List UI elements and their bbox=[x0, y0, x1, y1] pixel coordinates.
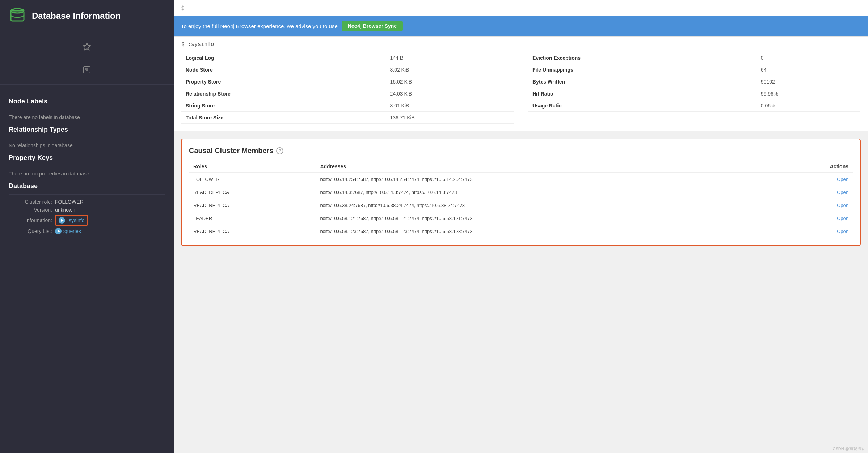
property-keys-section: Property Keys There are no properties in… bbox=[9, 154, 165, 177]
open-link[interactable]: Open bbox=[837, 190, 848, 195]
open-link[interactable]: Open bbox=[837, 177, 848, 182]
cluster-row: READ_REPLICA bolt://10.6.58.123:7687, ht… bbox=[189, 225, 853, 238]
cluster-row: READ_REPLICA bolt://10.6.38.24:7687, htt… bbox=[189, 199, 853, 212]
col-actions: Actions bbox=[775, 161, 853, 173]
cluster-row: READ_REPLICA bolt://10.6.14.3:7687, http… bbox=[189, 186, 853, 199]
main-area: $ To enjoy the full Neo4j Browser experi… bbox=[174, 0, 868, 453]
store-value: 136.71 KiB bbox=[385, 112, 514, 124]
store-value: 0.06% bbox=[757, 100, 860, 112]
cluster-action: Open bbox=[775, 173, 853, 186]
relationship-types-section: Relationship Types No relationships in d… bbox=[9, 126, 165, 148]
cluster-row: LEADER bolt://10.6.58.121:7687, http://1… bbox=[189, 212, 853, 225]
cmd-input[interactable] bbox=[187, 4, 861, 11]
store-row: Relationship Store24.03 KiB bbox=[181, 88, 514, 100]
play-icon bbox=[59, 217, 65, 224]
cluster-role-value: FOLLOWER bbox=[55, 199, 84, 205]
information-value: :sysinfo bbox=[67, 217, 84, 223]
cluster-role: READ_REPLICA bbox=[189, 199, 316, 212]
version-value: unknown bbox=[55, 207, 75, 213]
content-area: $ :sysinfo Logical Log144 BNode Store8.0… bbox=[174, 36, 868, 453]
store-value: 24.03 KiB bbox=[385, 88, 514, 100]
open-link[interactable]: Open bbox=[837, 216, 848, 221]
store-key: Bytes Written bbox=[528, 76, 757, 88]
cluster-addresses: bolt://10.6.38.24:7687, http://10.6.38.2… bbox=[316, 199, 775, 212]
cluster-table: Roles Addresses Actions FOLLOWER bolt://… bbox=[189, 161, 853, 238]
svg-point-5 bbox=[86, 68, 88, 70]
cluster-role: LEADER bbox=[189, 212, 316, 225]
search-icon[interactable] bbox=[78, 61, 96, 79]
store-row: File Unmappings64 bbox=[528, 64, 860, 76]
col-roles: Roles bbox=[189, 161, 316, 173]
store-key: File Unmappings bbox=[528, 64, 757, 76]
sysinfo-panel: $ :sysinfo Logical Log144 BNode Store8.0… bbox=[174, 36, 868, 131]
store-row: Eviction Exceptions0 bbox=[528, 52, 860, 64]
store-key: Node Store bbox=[181, 64, 385, 76]
relationship-types-empty: No relationships in database bbox=[9, 143, 165, 148]
cluster-action: Open bbox=[775, 225, 853, 238]
information-row: Information: :sysinfo bbox=[9, 215, 165, 226]
store-key: Usage Ratio bbox=[528, 100, 757, 112]
store-key: String Store bbox=[181, 100, 385, 112]
col-addresses: Addresses bbox=[316, 161, 775, 173]
store-value: 90102 bbox=[757, 76, 860, 88]
store-tables: Logical Log144 BNode Store8.02 KiBProper… bbox=[181, 52, 860, 124]
database-section: Database Cluster role: FOLLOWER Version:… bbox=[9, 182, 165, 234]
cluster-row: FOLLOWER bolt://10.6.14.254:7687, http:/… bbox=[189, 173, 853, 186]
store-value: 0 bbox=[757, 52, 860, 64]
cluster-action: Open bbox=[775, 212, 853, 225]
store-key: Property Store bbox=[181, 76, 385, 88]
store-key: Total Store Size bbox=[181, 112, 385, 124]
store-value: 144 B bbox=[385, 52, 514, 64]
store-table-left: Logical Log144 BNode Store8.02 KiBProper… bbox=[181, 52, 514, 124]
open-link[interactable]: Open bbox=[837, 229, 848, 234]
query-list-value: :queries bbox=[63, 228, 81, 234]
store-row: Hit Ratio99.96% bbox=[528, 88, 860, 100]
store-table-right: Eviction Exceptions0File Unmappings64Byt… bbox=[528, 52, 860, 124]
svg-marker-3 bbox=[83, 43, 90, 50]
cluster-title: Causal Cluster Members ? bbox=[189, 147, 853, 155]
store-value: 64 bbox=[757, 64, 860, 76]
favorites-icon[interactable] bbox=[78, 38, 96, 55]
sysinfo-body: Logical Log144 BNode Store8.02 KiBProper… bbox=[174, 52, 868, 131]
sidebar-header: Database Information bbox=[0, 0, 174, 32]
watermark: CSDN @南观清香 bbox=[833, 446, 865, 452]
store-key: Hit Ratio bbox=[528, 88, 757, 100]
sidebar-title: Database Information bbox=[32, 11, 121, 21]
cluster-role: READ_REPLICA bbox=[189, 186, 316, 199]
information-link[interactable]: :sysinfo bbox=[55, 215, 88, 226]
database-title: Database bbox=[9, 182, 165, 190]
database-info: Cluster role: FOLLOWER Version: unknown … bbox=[9, 199, 165, 234]
help-icon[interactable]: ? bbox=[276, 147, 283, 154]
sidebar: Database Information Node Labels There a… bbox=[0, 0, 174, 453]
query-list-link[interactable]: :queries bbox=[55, 228, 81, 234]
store-row: Node Store8.02 KiB bbox=[181, 64, 514, 76]
property-keys-title: Property Keys bbox=[9, 154, 165, 162]
relationship-types-title: Relationship Types bbox=[9, 126, 165, 134]
browser-sync-banner: To enjoy the full Neo4j Browser experien… bbox=[174, 16, 868, 36]
banner-message: To enjoy the full Neo4j Browser experien… bbox=[181, 23, 338, 29]
cluster-action: Open bbox=[775, 199, 853, 212]
store-key: Eviction Exceptions bbox=[528, 52, 757, 64]
store-row: Usage Ratio0.06% bbox=[528, 100, 860, 112]
store-key: Logical Log bbox=[181, 52, 385, 64]
cluster-title-text: Causal Cluster Members bbox=[189, 147, 273, 155]
version-row: Version: unknown bbox=[9, 207, 165, 213]
property-keys-empty: There are no properties in database bbox=[9, 171, 165, 177]
browser-sync-button[interactable]: Neo4j Browser Sync bbox=[342, 21, 403, 31]
query-list-label: Query List: bbox=[9, 228, 52, 234]
store-row: Property Store16.02 KiB bbox=[181, 76, 514, 88]
open-link[interactable]: Open bbox=[837, 203, 848, 208]
sysinfo-command: $ :sysinfo bbox=[174, 37, 868, 52]
cluster-addresses: bolt://10.6.14.254:7687, http://10.6.14.… bbox=[316, 173, 775, 186]
store-row: Bytes Written90102 bbox=[528, 76, 860, 88]
cluster-role-row: Cluster role: FOLLOWER bbox=[9, 199, 165, 205]
version-label: Version: bbox=[9, 207, 52, 213]
store-value: 8.01 KiB bbox=[385, 100, 514, 112]
query-list-row: Query List: :queries bbox=[9, 228, 165, 234]
store-row: Logical Log144 B bbox=[181, 52, 514, 64]
cluster-role: FOLLOWER bbox=[189, 173, 316, 186]
store-value: 16.02 KiB bbox=[385, 76, 514, 88]
command-bar: $ bbox=[174, 0, 868, 16]
store-row: String Store8.01 KiB bbox=[181, 100, 514, 112]
store-key: Relationship Store bbox=[181, 88, 385, 100]
